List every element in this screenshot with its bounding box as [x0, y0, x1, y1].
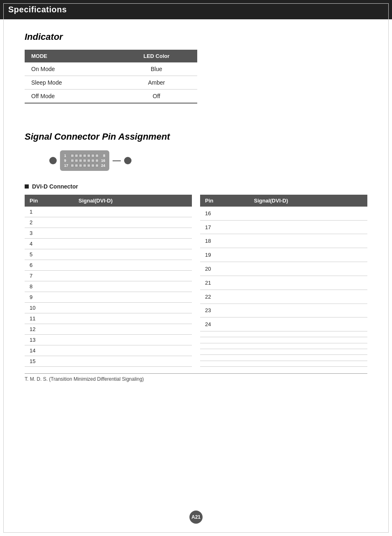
page-number: A21 [189, 511, 203, 524]
page-border [3, 3, 389, 533]
page-number-text: A21 [191, 514, 201, 520]
